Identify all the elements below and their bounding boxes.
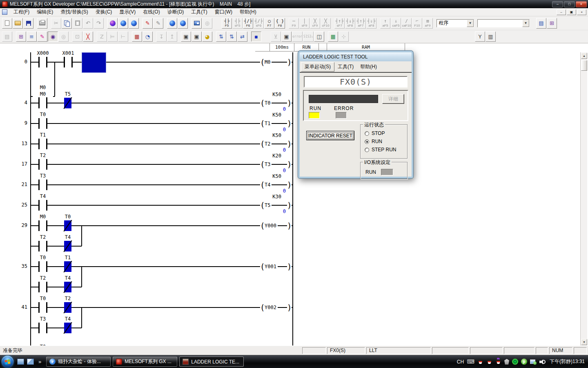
- scan-time-icon[interactable]: ◔: [143, 31, 153, 42]
- dialog-title-bar[interactable]: LADDER LOGIC TEST TOOL: [300, 52, 412, 61]
- detail-button[interactable]: 详细: [382, 94, 404, 104]
- mdi-close-button[interactable]: ×: [577, 9, 586, 15]
- menu-item-6[interactable]: 诊断(D): [164, 8, 188, 16]
- menu-item-1[interactable]: 编辑(E): [33, 8, 57, 16]
- qq-icon-3[interactable]: [495, 359, 501, 365]
- insert-write-icon[interactable]: ✎: [153, 18, 163, 29]
- radio-stop-circle[interactable]: [365, 131, 369, 136]
- network-icon[interactable]: [530, 359, 537, 365]
- cascade-windows-icon[interactable]: ▣: [281, 31, 292, 42]
- taskbar-task-2[interactable]: LADDER LOGIC TE...: [179, 357, 244, 367]
- menu-item-4[interactable]: 显示(V): [116, 8, 139, 16]
- device-find-icon[interactable]: [167, 18, 177, 29]
- project-data-list-icon[interactable]: ≡: [27, 31, 37, 42]
- find-replace-icon[interactable]: [118, 18, 128, 29]
- menu-item-2[interactable]: 查找/替换(S): [57, 8, 91, 16]
- copy-icon[interactable]: [62, 18, 72, 29]
- save-project-icon[interactable]: [23, 18, 33, 29]
- radio-stop[interactable]: STOP: [365, 130, 385, 136]
- delete-line-icon[interactable]: ⇅: [227, 31, 237, 42]
- tray-pps-icon[interactable]: p: [521, 359, 527, 365]
- keyboard-icon[interactable]: ⌨: [467, 359, 474, 365]
- quicklaunch-chevron[interactable]: »: [38, 359, 41, 365]
- radio-step-run-circle[interactable]: [365, 148, 369, 152]
- taskbar-task-1[interactable]: MELSOFT系列 GX ...: [113, 357, 177, 367]
- data-name-combo[interactable]: ▼: [477, 19, 530, 27]
- network-monitor-icon[interactable]: ▦: [328, 31, 338, 42]
- mdi-restore-button[interactable]: ▣: [567, 9, 576, 15]
- switch-windows-icon[interactable]: [27, 359, 34, 365]
- transfer-setup-icon[interactable]: ⊞: [16, 31, 26, 42]
- data-type-combo-arrow-icon[interactable]: ▼: [467, 20, 474, 27]
- radio-run-circle[interactable]: [365, 139, 369, 144]
- menu-item-9[interactable]: 帮助(H): [236, 8, 260, 16]
- tray-green-ring-icon[interactable]: [512, 359, 518, 365]
- scroll-up-icon[interactable]: ▲: [581, 53, 587, 59]
- edit-cursor[interactable]: [82, 52, 106, 73]
- monitor-stop-icon[interactable]: ╳: [83, 31, 93, 42]
- find-string-icon[interactable]: [129, 18, 139, 29]
- scroll-down-icon[interactable]: ▼: [581, 339, 587, 345]
- new-window-icon[interactable]: ▣: [192, 31, 202, 42]
- statement-display-icon[interactable]: ⊞: [547, 18, 557, 29]
- minimize-button[interactable]: –: [552, 1, 563, 7]
- menu-start[interactable]: 菜单起动(S): [301, 62, 334, 72]
- ladder-edit-mode-icon-glyph: ✎: [40, 34, 45, 40]
- taskbar-task-0[interactable]: e猫扑大杂烩 - 体验...: [46, 357, 111, 367]
- vertical-scrollbar[interactable]: ▲ ▼: [580, 52, 587, 346]
- mdi-document-icon[interactable]: [2, 9, 7, 15]
- insert-rung-icon[interactable]: ⇄: [237, 31, 247, 42]
- menu-item-8[interactable]: 窗口(W): [211, 8, 236, 16]
- f5-open-contact-button[interactable]: ┤├F5: [222, 18, 232, 29]
- contact-coil-find-icon[interactable]: [178, 18, 188, 29]
- menu-item-3[interactable]: 变换(C): [92, 8, 116, 16]
- scrollbar-thumb[interactable]: [581, 60, 587, 71]
- monitor-mode-icon[interactable]: ◉: [48, 31, 58, 42]
- menu-item-7[interactable]: 工具(T): [187, 8, 211, 16]
- print-icon[interactable]: [37, 18, 47, 29]
- menu-tools[interactable]: 工具(T): [334, 63, 357, 71]
- ladder-edit-mode-icon[interactable]: ✎: [37, 31, 47, 42]
- f6-closed-contact-button[interactable]: ┤/├F6: [243, 18, 253, 29]
- menu-help[interactable]: 帮助(H): [357, 63, 380, 71]
- write-mode-icon[interactable]: ✎: [143, 18, 153, 29]
- device-batch-monitor-icon[interactable]: ▦: [132, 31, 142, 42]
- tray-utility-icon[interactable]: [504, 359, 509, 365]
- qq-icon-2[interactable]: [486, 359, 492, 365]
- new-project-icon[interactable]: [2, 18, 12, 29]
- radio-step-run[interactable]: STEP RUN: [365, 147, 396, 153]
- mdi-minimize-button[interactable]: –: [557, 9, 566, 15]
- taskbar-clock[interactable]: 下午(郭静)13:31: [550, 358, 585, 365]
- start-button[interactable]: [2, 356, 13, 368]
- device-list-icon[interactable]: ▥: [486, 31, 496, 42]
- comment-display-icon[interactable]: ▤: [536, 18, 546, 29]
- close-button[interactable]: ×: [576, 1, 587, 7]
- menu-item-0[interactable]: 工程(F): [10, 8, 33, 16]
- data-type-combo[interactable]: 程序▼: [437, 19, 474, 27]
- screen-swap-icon[interactable]: [192, 18, 202, 29]
- toolbar-separator: [13, 30, 16, 43]
- toolbar-separator: [325, 30, 328, 43]
- insert-line-icon[interactable]: ⇅: [216, 31, 226, 42]
- monitor-window-icon[interactable]: ▪: [251, 31, 261, 42]
- help-icon[interactable]: ◕: [202, 31, 212, 42]
- open-window-icon[interactable]: ▣: [181, 31, 191, 42]
- indicator-reset-button[interactable]: INDICATOR RESET: [306, 131, 354, 140]
- sfc-block-list-icon[interactable]: Y: [475, 31, 485, 42]
- open-project-icon[interactable]: [13, 18, 23, 29]
- show-desktop-icon[interactable]: [17, 359, 24, 365]
- block-monitor-icon[interactable]: ◫: [314, 31, 324, 42]
- tree-view-icon: ⊹: [339, 31, 349, 42]
- f7-coil-button[interactable]: ○F7: [264, 18, 274, 29]
- insert-write-icon-glyph: ✎: [156, 20, 160, 26]
- maximize-button[interactable]: □: [564, 1, 575, 7]
- qq-icon-1[interactable]: [477, 359, 483, 365]
- language-indicator[interactable]: CH: [457, 359, 464, 365]
- task-label: 猫扑大杂烩 - 体验...: [58, 358, 101, 365]
- menu-item-5[interactable]: 在线(O): [139, 8, 163, 16]
- radio-run[interactable]: RUN: [365, 139, 382, 144]
- volume-icon[interactable]: [539, 359, 546, 365]
- data-name-combo-arrow-icon[interactable]: ▼: [522, 20, 529, 27]
- f8-application-button[interactable]: { }F8: [275, 18, 285, 29]
- find-icon[interactable]: [107, 18, 118, 29]
